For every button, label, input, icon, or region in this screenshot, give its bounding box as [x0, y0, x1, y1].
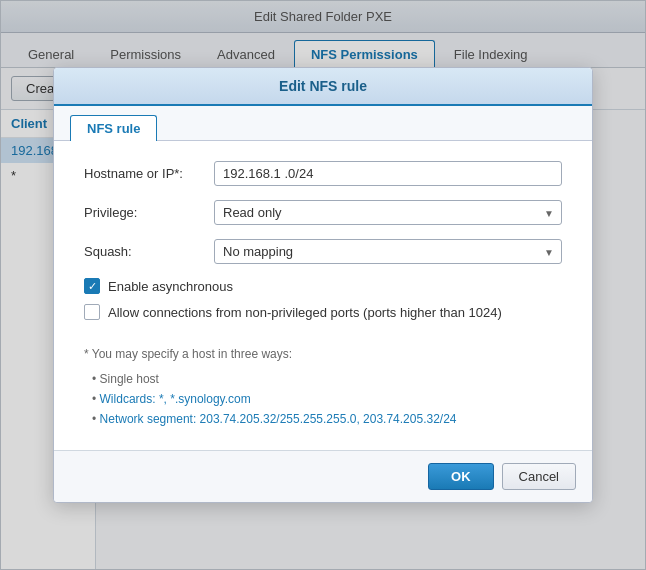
info-heading: * You may specify a host in three ways:: [84, 344, 562, 364]
info-item-0: • Single host: [92, 369, 562, 389]
privilege-select-wrapper: Read only Read/Write No access ▼: [214, 200, 562, 225]
async-checkbox-row: Enable asynchronous: [84, 278, 562, 294]
squash-select[interactable]: No mapping Map root user to admin Map al…: [214, 239, 562, 264]
privilege-select[interactable]: Read only Read/Write No access: [214, 200, 562, 225]
privilege-label: Privilege:: [84, 205, 214, 220]
tab-nfs-rule[interactable]: NFS rule: [70, 115, 157, 141]
async-checkbox[interactable]: [84, 278, 100, 294]
modal-footer: OK Cancel: [54, 450, 592, 502]
hostname-row: Hostname or IP*:: [84, 161, 562, 186]
hostname-input[interactable]: [214, 161, 562, 186]
info-item-2: • Network segment: 203.74.205.32/255.255…: [92, 409, 562, 429]
nonpriv-checkbox-wrapper[interactable]: Allow connections from non-privileged po…: [84, 304, 502, 320]
squash-label: Squash:: [84, 244, 214, 259]
async-checkbox-wrapper[interactable]: Enable asynchronous: [84, 278, 233, 294]
ok-button[interactable]: OK: [428, 463, 494, 490]
modal-tab-bar: NFS rule: [54, 106, 592, 141]
nonpriv-checkbox[interactable]: [84, 304, 100, 320]
squash-row: Squash: No mapping Map root user to admi…: [84, 239, 562, 264]
info-section: * You may specify a host in three ways: …: [84, 336, 562, 430]
async-label: Enable asynchronous: [108, 279, 233, 294]
nonpriv-label: Allow connections from non-privileged po…: [108, 305, 502, 320]
squash-select-wrapper: No mapping Map root user to admin Map al…: [214, 239, 562, 264]
modal-overlay: Edit NFS rule NFS rule Hostname or IP*: …: [0, 0, 646, 570]
nonpriv-checkbox-row: Allow connections from non-privileged po…: [84, 304, 562, 320]
modal-body: Hostname or IP*: Privilege: Read only Re…: [54, 141, 592, 450]
cancel-button[interactable]: Cancel: [502, 463, 576, 490]
privilege-row: Privilege: Read only Read/Write No acces…: [84, 200, 562, 225]
info-item-1: • Wildcards: *, *.synology.com: [92, 389, 562, 409]
modal-title: Edit NFS rule: [54, 68, 592, 106]
edit-nfs-rule-dialog: Edit NFS rule NFS rule Hostname or IP*: …: [53, 67, 593, 503]
hostname-label: Hostname or IP*:: [84, 166, 214, 181]
